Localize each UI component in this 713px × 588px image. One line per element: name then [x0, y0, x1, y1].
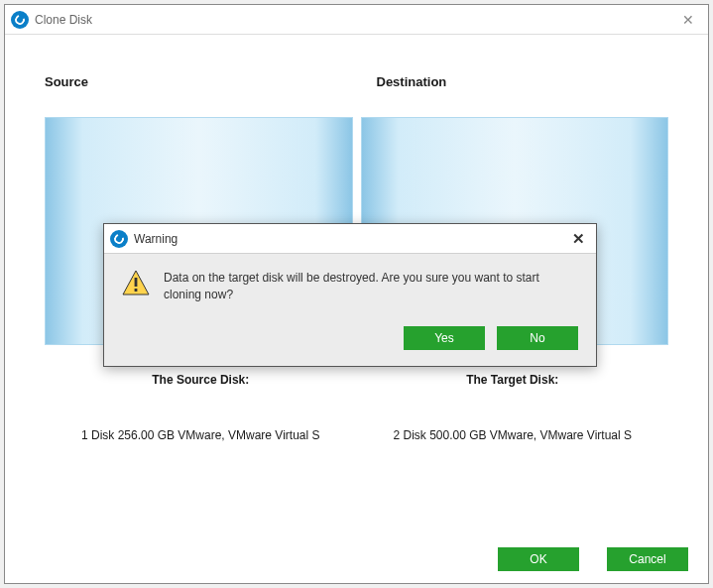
- warning-message: Data on the target disk will be destroye…: [164, 270, 578, 304]
- warning-icon: [122, 270, 150, 295]
- destination-header: Destination: [357, 74, 669, 89]
- warning-titlebar[interactable]: Warning ✕: [104, 224, 596, 254]
- window-title: Clone Disk: [35, 13, 92, 27]
- warning-title: Warning: [134, 232, 178, 246]
- disk-descriptions-row: 1 Disk 256.00 GB VMware, VMware Virtual …: [45, 426, 668, 444]
- close-icon[interactable]: ✕: [668, 5, 708, 35]
- app-icon: [11, 11, 29, 29]
- disk-labels-row: The Source Disk: The Target Disk:: [45, 367, 668, 387]
- source-header: Source: [45, 74, 357, 89]
- yes-button[interactable]: Yes: [404, 326, 485, 350]
- warning-button-bar: Yes No: [122, 326, 578, 350]
- warning-body: Data on the target disk will be destroye…: [104, 254, 596, 366]
- source-disk-description: 1 Disk 256.00 GB VMware, VMware Virtual …: [45, 426, 357, 444]
- warning-dialog: Warning ✕ Data on the target disk will b…: [103, 223, 597, 367]
- bottom-button-bar: OK Cancel: [498, 547, 688, 571]
- close-icon[interactable]: ✕: [560, 224, 596, 254]
- no-button[interactable]: No: [497, 326, 578, 350]
- columns-header: Source Destination: [45, 74, 668, 89]
- warning-message-row: Data on the target disk will be destroye…: [122, 270, 578, 304]
- cancel-button[interactable]: Cancel: [607, 547, 688, 571]
- svg-rect-2: [135, 289, 138, 292]
- target-disk-description: 2 Disk 500.00 GB VMware, VMware Virtual …: [357, 426, 669, 444]
- ok-button[interactable]: OK: [498, 547, 579, 571]
- main-titlebar[interactable]: Clone Disk ✕: [5, 5, 708, 35]
- target-disk-label: The Target Disk:: [357, 367, 669, 387]
- app-icon: [110, 230, 128, 248]
- svg-rect-1: [135, 278, 138, 287]
- source-disk-label: The Source Disk:: [45, 367, 357, 387]
